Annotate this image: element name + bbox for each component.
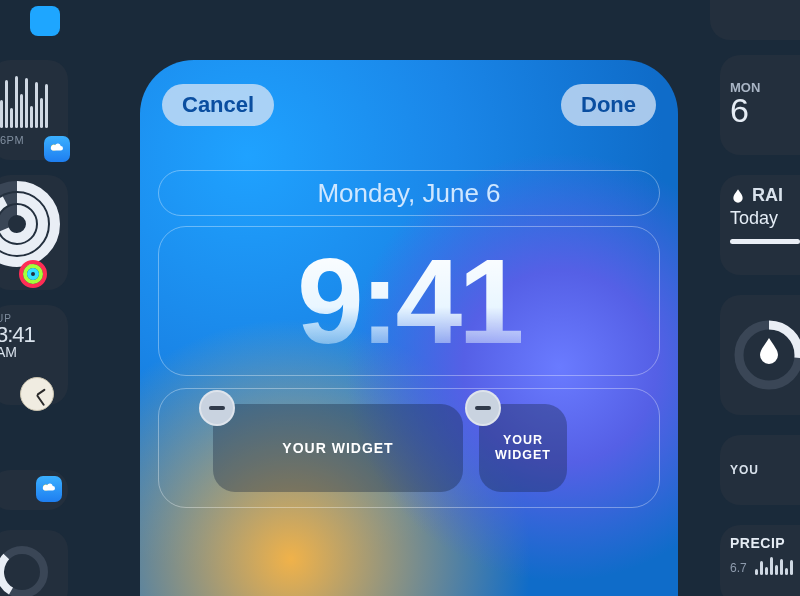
widget-placeholder[interactable]	[0, 530, 68, 596]
widget-rect-label: YOUR WIDGET	[282, 440, 393, 456]
precip-title: PRECIP	[730, 535, 800, 551]
gauge-icon	[0, 538, 52, 596]
widget-hourly-bars[interactable]: 6PM	[0, 60, 68, 160]
lockscreen-date: Monday, June 6	[317, 178, 500, 209]
bar-chart-icon	[755, 555, 793, 575]
widget-placeholder[interactable]	[710, 0, 800, 40]
weather-icon	[44, 136, 70, 162]
done-button[interactable]: Done	[561, 84, 656, 126]
activity-rings-icon	[0, 179, 62, 269]
widgets-slot[interactable]: YOUR WIDGET YOUR WIDGET	[158, 388, 660, 508]
widget-precipitation[interactable]: PRECIP 6.7	[720, 525, 800, 596]
bar-chart-icon	[0, 72, 62, 128]
rain-subtitle: Today	[730, 208, 800, 229]
widget-square-label-1: YOUR	[495, 433, 551, 448]
lockscreen-preview: Cancel Done Monday, June 6 9:41 YOUR WID…	[140, 60, 678, 596]
widget-custom-placeholder[interactable]: YOU	[720, 435, 800, 505]
widget-weather-pill[interactable]	[0, 470, 68, 510]
humidity-gauge-icon	[730, 316, 800, 394]
weather-icon	[36, 476, 62, 502]
widget-rect-placeholder[interactable]: YOUR WIDGET	[213, 404, 463, 492]
rain-title: RAI	[752, 185, 783, 206]
calendar-day: 6	[730, 91, 749, 130]
lockscreen-time: 9:41	[297, 241, 521, 361]
widget-rain[interactable]: RAI Today	[720, 175, 800, 275]
widget-square-label-2: WIDGET	[495, 448, 551, 463]
time-slot[interactable]: 9:41	[158, 226, 660, 376]
widget-square-placeholder[interactable]: YOUR WIDGET	[479, 404, 567, 492]
your-widget-label: YOU	[730, 463, 759, 477]
analog-clock-icon	[20, 377, 54, 411]
widget-calendar[interactable]: MON 6	[720, 55, 800, 155]
widget-activity-rings[interactable]	[0, 175, 68, 290]
precip-value: 6.7	[730, 561, 747, 575]
cancel-button[interactable]: Cancel	[162, 84, 274, 126]
activity-rings-color-icon	[18, 259, 48, 289]
selection-indicator	[30, 6, 60, 36]
progress-bar	[730, 239, 800, 244]
svg-point-9	[29, 270, 37, 278]
widget-humidity[interactable]	[720, 295, 800, 415]
widget-world-clock[interactable]: UP 3:41 AM	[0, 305, 68, 405]
remove-widget-button[interactable]	[199, 390, 235, 426]
droplet-icon	[730, 188, 746, 204]
date-slot[interactable]: Monday, June 6	[158, 170, 660, 216]
remove-widget-button[interactable]	[465, 390, 501, 426]
